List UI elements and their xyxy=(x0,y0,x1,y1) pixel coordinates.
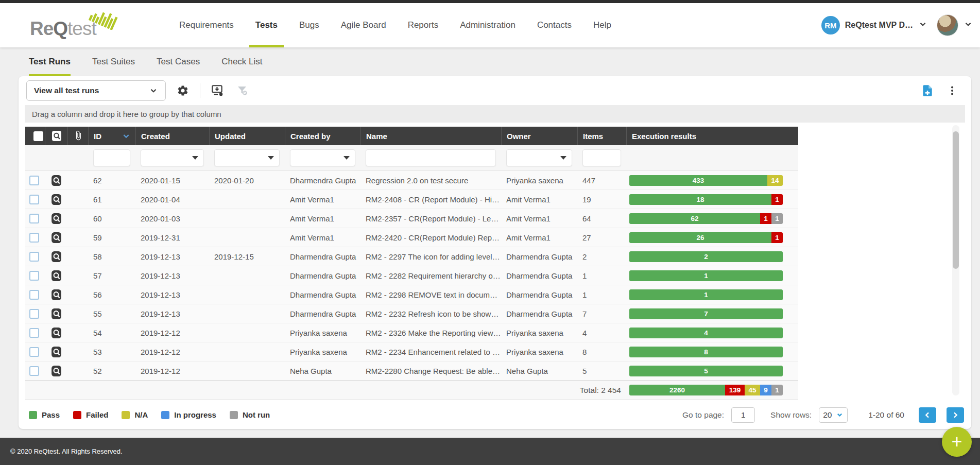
column-header-updated[interactable]: Updated xyxy=(209,127,285,145)
kebab-menu-icon[interactable] xyxy=(944,83,960,98)
row-preview-button[interactable] xyxy=(45,269,67,282)
row-preview-button[interactable] xyxy=(45,288,67,301)
cell-items: 8 xyxy=(577,348,626,356)
import-device-icon[interactable] xyxy=(210,83,225,98)
row-preview-button[interactable] xyxy=(45,307,67,320)
nav-item-contacts[interactable]: Contacts xyxy=(537,3,572,47)
column-header-owner[interactable]: Owner xyxy=(501,127,577,145)
filter-items-input[interactable] xyxy=(582,149,621,166)
project-badge[interactable]: RM xyxy=(821,16,840,35)
tab-test-cases[interactable]: Test Cases xyxy=(157,57,200,76)
cell-items: 1 xyxy=(577,271,626,280)
total-results-bar: 22601394591 xyxy=(629,385,783,395)
column-header-execution-results[interactable]: Execution results xyxy=(626,127,798,145)
row-checkbox[interactable] xyxy=(29,214,39,223)
settings-gear-icon[interactable] xyxy=(175,83,191,98)
tab-check-list[interactable]: Check List xyxy=(221,57,262,76)
row-checkbox[interactable] xyxy=(29,347,39,357)
test-runs-panel: View all test runs Drag a column and dro… xyxy=(19,76,971,429)
row-checkbox[interactable] xyxy=(29,328,39,338)
page-number-input[interactable] xyxy=(731,407,755,423)
filter-history-icon[interactable] xyxy=(234,83,250,98)
legend-label-notrun: Not run xyxy=(243,410,270,419)
cell-created-by: Amit Verma1 xyxy=(285,214,360,223)
panel-footer: PassFailedN/AIn progressNot run Go to pa… xyxy=(19,401,971,429)
row-checkbox[interactable] xyxy=(29,271,39,281)
user-avatar[interactable] xyxy=(937,14,958,36)
cell-owner: Priyanka saxena xyxy=(501,348,577,356)
group-by-dropzone[interactable]: Drag a column and drop it here to group … xyxy=(25,105,965,123)
nav-item-bugs[interactable]: Bugs xyxy=(299,3,319,47)
cell-created-by: Dharmendra Gupta xyxy=(285,176,360,185)
previous-page-button[interactable] xyxy=(919,407,936,423)
result-segment-notrun: 1 xyxy=(771,213,783,224)
vertical-scrollbar-track[interactable] xyxy=(952,125,959,395)
filter-owner-select[interactable] xyxy=(506,149,572,166)
cell-updated: 2019-12-15 xyxy=(209,252,285,261)
column-header-name[interactable]: Name xyxy=(360,127,501,145)
cell-owner: Dharmendra Gupta xyxy=(501,252,577,261)
legend-label-failed: Failed xyxy=(86,410,108,419)
cell-owner: Dharmendra Gupta xyxy=(501,309,577,318)
result-segment-pass: 1 xyxy=(629,289,783,300)
main-nav: RequirementsTestsBugsAgile BoardReportsA… xyxy=(179,3,611,47)
column-header-created[interactable]: Created xyxy=(135,127,209,145)
row-preview-button[interactable] xyxy=(45,346,67,358)
sort-desc-icon[interactable] xyxy=(122,132,130,140)
tab-test-runs[interactable]: Test Runs xyxy=(29,57,71,76)
select-all-checkbox[interactable] xyxy=(33,131,43,141)
copyright-text: © 2020 ReQtest. All Rights Reserved. xyxy=(10,447,123,455)
add-fab-button[interactable]: + xyxy=(942,427,972,457)
filter-created-select[interactable] xyxy=(141,149,204,166)
legend-item-inprogress: In progress xyxy=(161,410,216,419)
row-checkbox[interactable] xyxy=(29,233,39,243)
nav-item-reports[interactable]: Reports xyxy=(408,3,439,47)
nav-item-tests[interactable]: Tests xyxy=(255,3,278,47)
results-bar: 43314 xyxy=(629,175,783,186)
cell-created: 2019-12-12 xyxy=(135,348,209,356)
filter-created-by-select[interactable] xyxy=(290,149,355,166)
nav-item-help[interactable]: Help xyxy=(593,3,611,47)
cell-name: RM2-2408 - CR (Report Module) - Hie… xyxy=(360,195,501,204)
column-header-id[interactable]: ID xyxy=(88,127,135,145)
cell-created: 2019-12-13 xyxy=(135,309,209,318)
column-header-created-by[interactable]: Created by xyxy=(285,127,360,145)
cell-id: 60 xyxy=(88,214,135,223)
row-checkbox[interactable] xyxy=(29,366,39,376)
row-checkbox[interactable] xyxy=(29,195,39,204)
row-preview-button[interactable] xyxy=(45,212,67,225)
filter-name-input[interactable] xyxy=(366,149,496,166)
reqtest-logo[interactable]: ReQtest xyxy=(30,3,128,47)
nav-item-requirements[interactable]: Requirements xyxy=(179,3,234,47)
result-segment-failed: 139 xyxy=(725,385,745,395)
table-row: 572019-12-13Dharmendra GuptaRM2 - 2282 R… xyxy=(25,266,798,285)
nav-item-administration[interactable]: Administration xyxy=(460,3,515,47)
row-preview-button[interactable] xyxy=(45,174,67,187)
row-preview-button[interactable] xyxy=(45,326,67,339)
row-preview-button[interactable] xyxy=(45,231,67,244)
project-chevron-down-icon[interactable] xyxy=(918,20,927,31)
tab-test-suites[interactable]: Test Suites xyxy=(92,57,135,76)
toolbar-divider xyxy=(200,83,200,98)
row-checkbox[interactable] xyxy=(29,290,39,300)
new-document-icon[interactable] xyxy=(920,83,935,98)
row-preview-button[interactable] xyxy=(45,365,67,377)
row-checkbox[interactable] xyxy=(29,176,39,185)
view-filter-select[interactable]: View all test runs xyxy=(26,80,166,101)
cell-owner: Amit Verma1 xyxy=(501,233,577,242)
filter-updated-select[interactable] xyxy=(214,149,280,166)
next-page-button[interactable] xyxy=(947,407,964,423)
row-checkbox[interactable] xyxy=(29,309,39,319)
user-chevron-down-icon[interactable] xyxy=(964,20,973,31)
vertical-scrollbar-thumb[interactable] xyxy=(953,131,959,269)
filter-id-input[interactable] xyxy=(93,149,130,166)
nav-item-agile-board[interactable]: Agile Board xyxy=(341,3,386,47)
cell-execution-results: 2 xyxy=(626,247,798,266)
rows-per-page-select[interactable]: 20 xyxy=(819,407,848,423)
table-body: 622020-01-152020-01-20Dharmendra GuptaRe… xyxy=(25,171,798,381)
row-checkbox[interactable] xyxy=(29,252,39,262)
column-header-items[interactable]: Items xyxy=(577,127,626,145)
row-preview-button[interactable] xyxy=(45,250,67,263)
table-row: 582019-12-132019-12-15Dharmendra GuptaRM… xyxy=(25,247,798,266)
row-preview-button[interactable] xyxy=(45,193,67,206)
